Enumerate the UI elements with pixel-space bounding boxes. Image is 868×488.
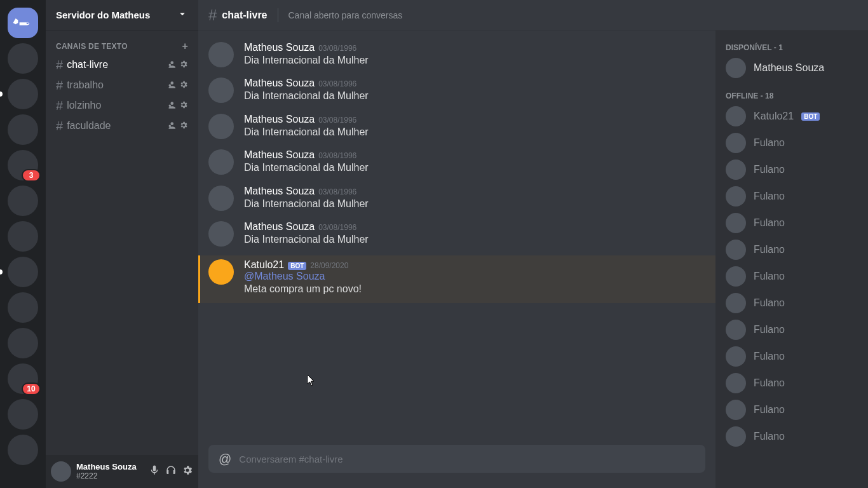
message-author[interactable]: Matheus Souza	[244, 42, 315, 53]
member-item[interactable]: Matheus Souza	[721, 55, 863, 81]
member-avatar	[726, 346, 746, 367]
hash-icon: #	[56, 58, 63, 72]
message-mention[interactable]: @Matheus Souza	[244, 271, 362, 282]
message-avatar[interactable]	[208, 186, 234, 211]
message-author[interactable]: Matheus Souza	[244, 186, 315, 197]
composer-inner[interactable]: @	[208, 445, 705, 473]
member-item[interactable]: Katulo21BOT	[721, 103, 863, 130]
member-item[interactable]: Fulano	[721, 156, 863, 183]
guild-rail: 310	[0, 0, 46, 488]
channel-sidebar: Servidor do Matheus CANAIS DE TEXTO + #c…	[46, 0, 198, 488]
guild-badge: 10	[22, 383, 41, 395]
guild-item[interactable]: 10	[8, 363, 38, 394]
at-icon: @	[219, 452, 231, 466]
member-item[interactable]: Fulano	[721, 236, 863, 263]
message: Matheus Souza03/08/1996Dia Internacional…	[208, 76, 705, 112]
bot-badge: BOT	[288, 262, 306, 270]
message-timestamp: 03/08/1996	[318, 116, 356, 125]
member-item[interactable]: Fulano	[721, 316, 863, 343]
message-text: Dia Internacional da Mulher	[244, 233, 369, 247]
member-item[interactable]: Fulano	[721, 183, 863, 210]
member-item[interactable]: Fulano	[721, 290, 863, 316]
member-name: Fulano	[754, 431, 785, 442]
gear-icon[interactable]	[179, 121, 188, 132]
member-name: Fulano	[754, 217, 785, 229]
headphones-icon[interactable]	[165, 464, 177, 478]
member-name: Fulano	[754, 191, 785, 202]
invite-icon[interactable]	[166, 121, 175, 132]
channel-item[interactable]: #trabalho	[51, 75, 193, 95]
composer: @	[198, 445, 715, 488]
settings-icon[interactable]	[182, 464, 193, 478]
guild-item[interactable]	[8, 257, 38, 287]
channel-header: # chat-livre Canal aberto para conversas	[198, 0, 868, 30]
invite-icon[interactable]	[166, 60, 175, 71]
message: Matheus Souza03/08/1996Dia Internacional…	[208, 41, 705, 76]
message-text: Dia Internacional da Mulher	[244, 197, 369, 211]
gear-icon[interactable]	[179, 100, 188, 111]
invite-icon[interactable]	[166, 80, 175, 91]
guild-item[interactable]	[8, 399, 38, 430]
channel-list: CANAIS DE TEXTO + #chat-livre#trabalho#l…	[46, 30, 198, 455]
mic-icon[interactable]	[149, 464, 160, 478]
self-username: Matheus Souza	[76, 463, 144, 471]
invite-icon[interactable]	[166, 100, 175, 111]
channel-item[interactable]: #faculdade	[51, 116, 193, 136]
member-item[interactable]: Fulano	[721, 423, 863, 450]
home-guild[interactable]	[8, 8, 38, 38]
member-item[interactable]: Fulano	[721, 396, 863, 423]
message-avatar[interactable]	[208, 149, 234, 175]
member-name: Fulano	[754, 324, 785, 336]
guild-item[interactable]	[8, 79, 38, 109]
member-avatar	[726, 266, 746, 287]
message-text: Dia Internacional da Mulher	[244, 53, 369, 67]
channel-item[interactable]: #chat-livre	[51, 55, 193, 75]
guild-badge: 3	[22, 169, 41, 182]
message-author[interactable]: Katulo21	[244, 259, 284, 271]
self-avatar[interactable]	[51, 461, 71, 482]
gear-icon[interactable]	[179, 60, 188, 71]
message-avatar[interactable]	[208, 78, 234, 103]
rocket-icon	[11, 11, 35, 35]
member-item[interactable]: Fulano	[721, 370, 863, 396]
guild-item[interactable]	[8, 43, 38, 74]
member-avatar	[726, 133, 746, 153]
guild-item[interactable]	[8, 292, 38, 323]
message: Matheus Souza03/08/1996Dia Internacional…	[208, 184, 705, 220]
message-input[interactable]	[239, 454, 695, 464]
message-author[interactable]: Matheus Souza	[244, 221, 315, 233]
guild-item[interactable]	[8, 435, 38, 465]
gear-icon[interactable]	[179, 80, 188, 91]
channel-item[interactable]: #lolzinho	[51, 95, 193, 116]
message-avatar[interactable]	[208, 221, 234, 247]
hash-icon: #	[208, 6, 217, 24]
member-item[interactable]: Fulano	[721, 210, 863, 236]
members-online-label: DISPONÍVEL - 1	[721, 41, 863, 55]
member-avatar	[726, 426, 746, 447]
message-avatar[interactable]	[208, 114, 234, 139]
message-avatar[interactable]	[208, 42, 234, 67]
message-timestamp: 03/08/1996	[318, 151, 356, 160]
member-name: Katulo21	[754, 111, 794, 122]
channel-label: chat-livre	[67, 59, 108, 71]
member-name: Matheus Souza	[754, 62, 824, 74]
message-author[interactable]: Matheus Souza	[244, 114, 315, 125]
guild-item[interactable]	[8, 221, 38, 252]
member-avatar	[726, 320, 746, 340]
add-channel-button[interactable]: +	[182, 41, 188, 52]
message-avatar[interactable]	[208, 259, 234, 285]
member-item[interactable]: Fulano	[721, 130, 863, 156]
message: Katulo21BOT28/09/2020@Matheus SouzaMeta …	[198, 255, 715, 302]
channel-label: faculdade	[67, 120, 111, 132]
message: Matheus Souza03/08/1996Dia Internacional…	[208, 112, 705, 148]
guild-item[interactable]: 3	[8, 150, 38, 180]
member-item[interactable]: Fulano	[721, 263, 863, 290]
guild-item[interactable]	[8, 328, 38, 358]
message-author[interactable]: Matheus Souza	[244, 149, 315, 161]
guild-item[interactable]	[8, 114, 38, 145]
message-author[interactable]: Matheus Souza	[244, 78, 315, 89]
member-avatar	[726, 58, 746, 78]
guild-item[interactable]	[8, 186, 38, 216]
server-header[interactable]: Servidor do Matheus	[46, 0, 198, 30]
member-item[interactable]: Fulano	[721, 343, 863, 370]
